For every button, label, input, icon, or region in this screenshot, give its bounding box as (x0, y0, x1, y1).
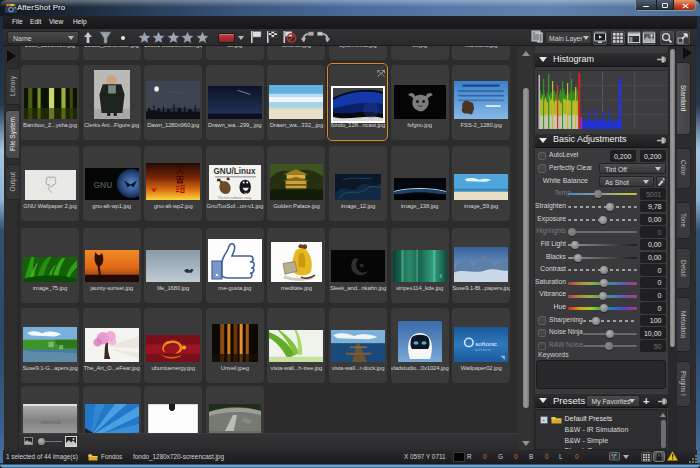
svg-text:K: K (439, 272, 443, 278)
svg-text:LOREM IPSUM: LOREM IPSUM (39, 421, 61, 425)
svg-text:s o f t w a r e: s o f t w a r e (475, 347, 491, 351)
svg-text:softonic: softonic (475, 339, 497, 346)
svg-text:GNU/Linux: GNU/Linux (213, 167, 256, 176)
svg-text:GNU: GNU (93, 180, 112, 190)
svg-text:The free software song: The free software song (218, 196, 251, 200)
